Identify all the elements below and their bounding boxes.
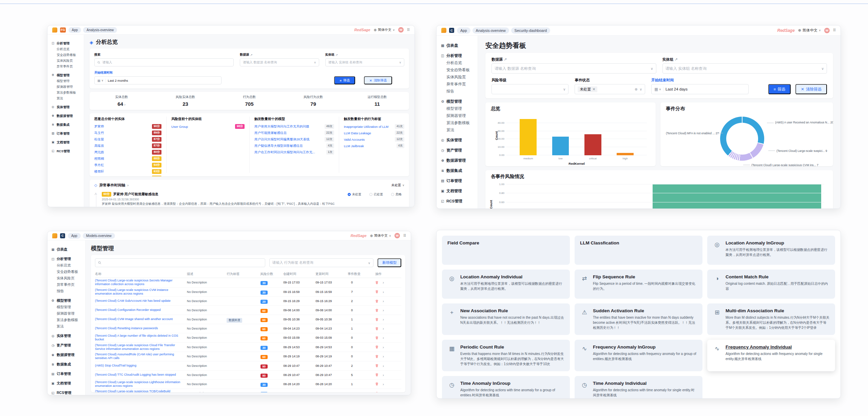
sidebar-item[interactable]: ▣ 文档管理 xyxy=(51,380,82,387)
model-name-link[interactable]: (Tencent Cloud) Large-scale suspicious T… xyxy=(95,390,187,392)
model-link[interactable]: 用户访问大模型时间偏离整体28天基线 xyxy=(254,137,310,142)
language-selector[interactable]: ⊕ 简体中文 ∨ xyxy=(374,27,395,32)
model-name-link[interactable]: (Tencent Cloud) A large number of file o… xyxy=(95,334,187,342)
browser-tab[interactable]: App xyxy=(68,233,81,239)
sidebar-item[interactable]: ◫ 分析管理 xyxy=(441,52,474,59)
sidebar-item[interactable]: ◫ 分析管理 xyxy=(51,256,82,262)
sidebar-item[interactable]: 异常事件页 xyxy=(51,281,82,288)
sidebar-item[interactable]: 算法 xyxy=(441,126,474,134)
sidebar-item[interactable]: ⚙ 模型管理 xyxy=(51,72,80,78)
row-expand-chevron[interactable]: › xyxy=(383,336,384,340)
entity-link[interactable]: 李丹红 xyxy=(94,163,104,167)
sidebar-item[interactable]: 算法参数模板 xyxy=(441,119,474,126)
entity-link[interactable]: 罗家烨 xyxy=(94,124,104,129)
sidebar-item[interactable]: 报告 xyxy=(51,288,82,294)
behavior-tag-select[interactable]: 请输入 行为标签 名称查询 ∨ xyxy=(269,258,373,267)
radio-unhandled[interactable]: 未处置 xyxy=(348,192,361,197)
algorithm-card[interactable]: ◎ Location Anomaly InGroup 本方法可用于检测地理位置异… xyxy=(707,236,835,265)
row-expand-chevron[interactable]: › xyxy=(383,280,384,284)
algorithm-card[interactable]: Field Compare xyxy=(442,236,570,265)
sidebar-item[interactable]: ◫ 分析管理 xyxy=(51,40,80,46)
row-expand-chevron[interactable]: › xyxy=(383,345,384,349)
tag-close-icon[interactable]: ✕ xyxy=(592,87,595,92)
browser-tab[interactable]: App xyxy=(69,27,81,33)
sidebar-item[interactable]: 探测器管理 xyxy=(441,112,474,119)
time-range-picker[interactable]: ▦∨ Last 24 days xyxy=(651,84,749,94)
delete-icon[interactable] xyxy=(375,345,379,349)
model-name-link[interactable]: (AWS) Stop CloudTrail logging xyxy=(95,364,187,368)
sidebar-item[interactable]: 异常事件页 xyxy=(51,63,80,69)
avatar[interactable]: W xyxy=(824,28,830,33)
row-expand-chevron[interactable]: › xyxy=(383,373,384,377)
sidebar-item[interactable]: ▦ 仪表盘 xyxy=(441,42,474,49)
row-expand-chevron[interactable]: › xyxy=(383,299,384,303)
sidebar-item[interactable]: ▤ 订单管理 xyxy=(51,371,82,377)
delete-icon[interactable] xyxy=(375,336,379,340)
new-model-button[interactable]: 新增模型 xyxy=(378,258,401,267)
app-grid-icon[interactable]: ⠿ xyxy=(403,234,406,238)
sidebar-item[interactable]: ≋ 数据集成 xyxy=(51,361,82,368)
entitygroup-input[interactable]: 请输入 实体组 名称查询 ∨ xyxy=(325,58,404,66)
language-selector[interactable]: ⊕ 简体中文 ∨ xyxy=(370,233,391,238)
sidebar-item[interactable]: ◎ 实体管理 xyxy=(441,137,474,144)
search-input[interactable]: 请输入 xyxy=(94,58,234,66)
chevron-right-icon[interactable]: › xyxy=(127,183,128,187)
model-name-link[interactable]: (Tencent Cloud) Configuration Recorder s… xyxy=(95,308,187,312)
delete-icon[interactable] xyxy=(375,355,379,358)
sidebar-item[interactable]: 算法 xyxy=(51,323,82,330)
row-expand-chevron[interactable]: › xyxy=(383,354,384,358)
sidebar-item[interactable]: 模型管理 xyxy=(51,78,80,84)
model-link[interactable]: 用户疑似诱导大模型回答敏感信息 xyxy=(254,144,303,148)
entity-link[interactable]: 陈伊凡 xyxy=(94,176,104,177)
datasource-input[interactable]: 请输入 数据源 名称查询 ∨ xyxy=(491,63,656,74)
delete-icon[interactable] xyxy=(375,364,379,368)
sidebar-item[interactable]: 安全趋势看板 xyxy=(51,269,82,275)
sidebar-item[interactable]: ▦ 仪表盘 xyxy=(51,246,82,253)
delete-icon[interactable] xyxy=(375,327,379,331)
sidebar-item[interactable]: ⊕ 数据源管理 xyxy=(441,157,474,164)
algorithm-card[interactable]: ⊞ Multi-dim Association Rule More than M… xyxy=(707,303,835,335)
algorithm-card[interactable]: ◷ Time Anomaly InGroup Algorithm for det… xyxy=(442,376,570,399)
algorithm-card[interactable]: ◑ Content Match Rule Original log conten… xyxy=(707,270,835,299)
clear-circle-icon[interactable]: ⊗ xyxy=(635,87,638,91)
entity-link[interactable]: 杜佳慧 xyxy=(94,137,104,142)
delete-icon[interactable] xyxy=(375,290,379,294)
delete-icon[interactable] xyxy=(375,382,379,386)
delete-icon[interactable] xyxy=(375,309,379,312)
sidebar-item[interactable]: ◷ 资产管理 xyxy=(441,147,474,154)
entity-group-link[interactable]: User Group xyxy=(171,125,188,128)
algorithm-card[interactable]: LLM Classfication xyxy=(575,236,702,265)
model-link[interactable]: 用户使用大模型询问与工作无关的问题 xyxy=(254,124,309,129)
algorithm-card[interactable]: ⇄ Flip Sequence Rule Flip Sequence in a … xyxy=(575,270,702,299)
browser-tab[interactable]: Analysis-overview xyxy=(83,27,117,33)
behavior-tag-link[interactable]: LLM Data Leakage xyxy=(344,131,371,135)
delete-icon[interactable] xyxy=(375,318,379,321)
event-status-select[interactable]: 未处置✕ ⊗ ∨ xyxy=(575,84,645,94)
search-input[interactable] xyxy=(95,258,265,267)
row-expand-chevron[interactable]: › xyxy=(383,317,384,321)
algorithm-card[interactable]: ◎ Location Anomaly Individual 本方法可用于检测地理… xyxy=(442,270,570,299)
sidebar-item[interactable]: ≋ 数据集成 xyxy=(51,122,80,127)
sidebar-item[interactable]: 实体风险页 xyxy=(51,58,80,63)
browser-tab[interactable]: Security-dashboard xyxy=(511,27,550,34)
algorithm-card[interactable]: ∿ Frequency Anomaly InGroup Algorithm fo… xyxy=(575,340,702,371)
model-name-link[interactable]: (Tencent Cloud) Resetting instance passw… xyxy=(95,326,187,330)
row-expand-chevron[interactable]: › xyxy=(383,382,384,386)
row-expand-chevron[interactable]: › xyxy=(383,391,384,392)
sidebar-item[interactable]: ▣ 文档管理 xyxy=(441,187,474,195)
sidebar-item[interactable]: 模型管理 xyxy=(51,304,82,310)
delete-icon[interactable] xyxy=(375,281,379,284)
delete-icon[interactable] xyxy=(375,299,379,303)
filter-button[interactable]: ≡筛选 xyxy=(768,84,791,94)
language-selector[interactable]: ⊕ 简体中文 ∨ xyxy=(798,28,821,33)
app-grid-icon[interactable]: ⠿ xyxy=(833,28,836,33)
avatar[interactable]: W xyxy=(394,233,400,238)
sidebar-item[interactable]: 探测器管理 xyxy=(51,84,80,90)
entity-link[interactable]: 马玉竹 xyxy=(94,131,104,135)
model-name-link[interactable]: (Tencent Cloud) AssumedRole (CAM role) u… xyxy=(95,353,187,360)
row-expand-chevron[interactable]: › xyxy=(383,308,384,312)
sidebar-item[interactable]: 分析总览 xyxy=(51,46,80,52)
model-link[interactable]: 用户在工作时间访问大模型询问与工作无... xyxy=(254,150,315,155)
sidebar-item[interactable]: 实体风险页 xyxy=(51,275,82,281)
entity-link[interactable]: 楼雨轩 xyxy=(94,170,104,174)
